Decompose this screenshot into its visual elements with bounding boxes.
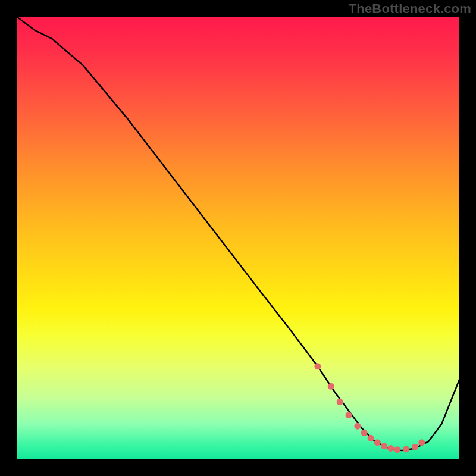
marker-dot bbox=[374, 439, 381, 446]
marker-dot bbox=[387, 445, 394, 452]
chart-frame: TheBottleneck.com bbox=[0, 0, 476, 476]
marker-dot bbox=[418, 439, 425, 446]
marker-dot bbox=[354, 423, 361, 430]
marker-dot bbox=[368, 435, 374, 441]
marker-dot bbox=[361, 430, 368, 436]
watermark-text: TheBottleneck.com bbox=[349, 1, 471, 17]
marker-dot bbox=[412, 444, 418, 450]
bottleneck-curve bbox=[17, 17, 459, 450]
marker-dot bbox=[314, 363, 321, 369]
marker-dot bbox=[381, 443, 387, 449]
marker-dot bbox=[337, 399, 343, 405]
chart-svg bbox=[17, 17, 459, 459]
marker-dots-group bbox=[314, 363, 425, 453]
marker-dot bbox=[328, 383, 334, 390]
marker-dot bbox=[403, 446, 409, 452]
marker-dot bbox=[346, 412, 352, 418]
marker-dot bbox=[394, 446, 400, 453]
